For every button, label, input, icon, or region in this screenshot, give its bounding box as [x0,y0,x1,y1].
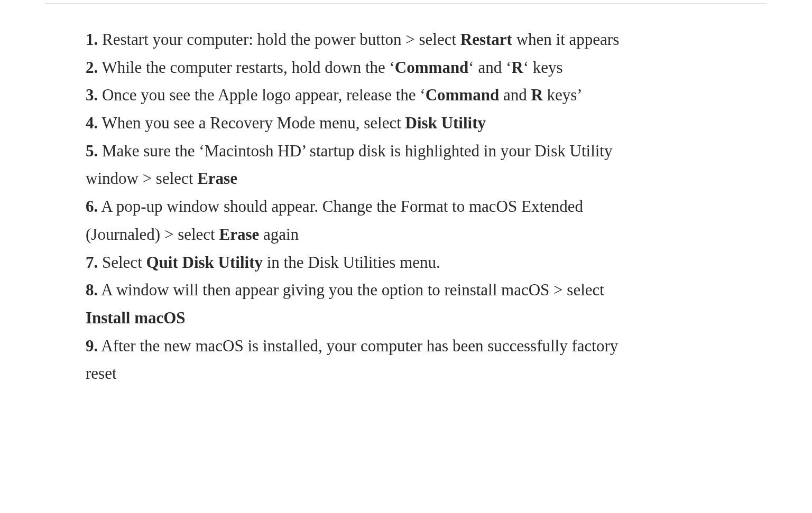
step-number: 7. [86,253,98,272]
step-text: A pop-up window should appear. Change th… [86,197,583,244]
step-number: 6. [86,197,98,216]
step-5: 5. Make sure the ‘Macintosh HD’ startup … [86,137,630,193]
step-1: 1. Restart your computer: hold the power… [86,26,630,54]
step-6: 6. A pop-up window should appear. Change… [86,193,630,248]
step-4: 4. When you see a Recovery Mode menu, se… [86,109,630,137]
step-number: 4. [86,114,98,132]
step-number: 8. [86,281,98,299]
step-text: After the new macOS is installed, your c… [86,337,618,383]
step-number: 1. [86,30,98,49]
step-text: Once you see the Apple logo appear, rele… [98,86,582,104]
step-9: 9. After the new macOS is installed, you… [86,332,630,388]
step-number: 5. [86,142,98,160]
horizontal-rule [45,3,767,4]
step-number: 9. [86,337,98,355]
step-number: 2. [86,58,98,77]
step-text: Restart your computer: hold the power bu… [98,30,619,49]
step-text: A window will then appear giving you the… [86,281,604,327]
step-number: 3. [86,86,98,104]
step-text: When you see a Recovery Mode menu, selec… [98,114,486,132]
step-text: Select Quit Disk Utility in the Disk Uti… [98,253,440,272]
step-text: While the computer restarts, hold down t… [98,58,562,77]
step-3: 3. Once you see the Apple logo appear, r… [86,81,630,109]
step-8: 8. A window will then appear giving you … [86,276,630,332]
step-2: 2. While the computer restarts, hold dow… [86,54,630,82]
step-text: Make sure the ‘Macintosh HD’ startup dis… [86,142,612,188]
instructions-list: 1. Restart your computer: hold the power… [86,26,630,388]
step-7: 7. Select Quit Disk Utility in the Disk … [86,249,630,277]
